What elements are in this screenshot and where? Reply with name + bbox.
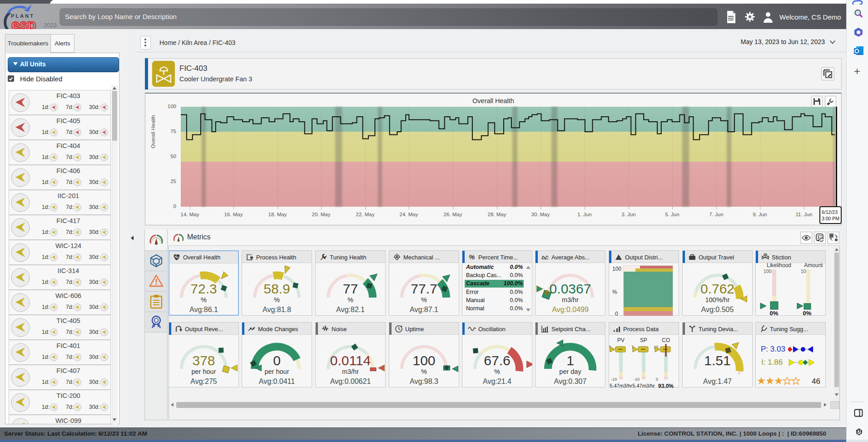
svg-text:%: % (469, 253, 475, 261)
svg-text:2023: 2023 (44, 22, 57, 29)
